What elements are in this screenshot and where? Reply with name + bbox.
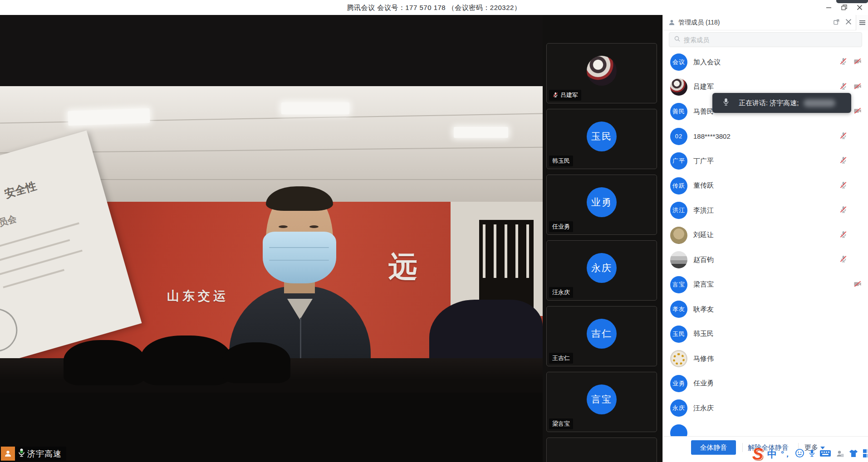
member-name: 董传跃: [693, 181, 714, 190]
member-row[interactable]: 传跃 董传跃: [663, 174, 868, 199]
member-avatar: 玉民: [670, 326, 687, 343]
member-row[interactable]: 马修伟: [663, 346, 868, 371]
thumbnail-name: 吕建军: [560, 91, 578, 99]
member-name: 梁言宝: [693, 280, 714, 289]
mic-muted-icon[interactable]: [839, 156, 848, 166]
thumbnail-name: 任业勇: [552, 223, 570, 231]
member-search-box: [669, 32, 862, 47]
video-thumbnail-partial: [546, 438, 657, 462]
member-name: 汪永庆: [693, 404, 714, 413]
member-avatar: [670, 227, 687, 244]
panel-title: 管理成员 (118): [678, 19, 720, 27]
member-row[interactable]: 刘延让: [663, 223, 868, 248]
thumbnail-avatar: 吉仁: [587, 319, 617, 349]
member-name: 赵百钧: [693, 256, 714, 264]
member-row[interactable]: 会议 加入会议: [663, 50, 868, 75]
member-avatar: 传跃: [670, 177, 687, 195]
member-name: 吕建军: [693, 83, 714, 91]
face-mask: [263, 232, 336, 283]
mic-muted-icon[interactable]: [839, 82, 848, 92]
mic-active-icon: [18, 448, 25, 460]
member-name: 马修伟: [693, 355, 714, 363]
member-avatar: 永庆: [670, 399, 687, 417]
member-name: 加入会议: [693, 58, 721, 67]
camera-muted-icon[interactable]: [853, 279, 862, 290]
member-row[interactable]: 广平 丁广平: [663, 149, 868, 174]
member-name: 丁广平: [693, 157, 714, 165]
camera-muted-icon[interactable]: [853, 107, 862, 117]
tooltip-edge-artifact: [836, 0, 868, 3]
member-row[interactable]: 永庆 汪永庆: [663, 396, 868, 421]
thumbnail-label: 王吉仁: [549, 353, 573, 364]
close-panel-icon[interactable]: [845, 19, 852, 27]
video-letterbox: [0, 15, 543, 86]
mic-muted-icon[interactable]: [839, 230, 848, 240]
thumbnail-name: 韩玉民: [552, 157, 570, 165]
thumbnail-name: 王吉仁: [552, 354, 570, 362]
thumbnail-label: 梁言宝: [549, 418, 573, 429]
member-row[interactable]: 言宝 梁言宝: [663, 272, 868, 297]
video-thumbnail[interactable]: 吕建军: [546, 43, 657, 103]
mic-muted-icon[interactable]: [839, 205, 848, 216]
thumbnail-label: 韩玉民: [549, 156, 573, 166]
member-row[interactable]: 孝友 耿孝友: [663, 297, 868, 322]
banner-char-right: 远: [388, 247, 417, 287]
member-avatar: [670, 350, 687, 367]
main-speaker-video: 山东交运 业 远 安全性 委员会: [0, 15, 543, 462]
soft-keyboard-icon[interactable]: [819, 449, 831, 460]
member-name: 马善民: [693, 107, 714, 116]
video-thumbnail[interactable]: 玉民 韩玉民: [546, 109, 657, 169]
poster-text-bottom: 委员会: [0, 212, 18, 231]
member-avatar: [670, 251, 687, 268]
skin-icon[interactable]: [848, 449, 858, 460]
video-thumbnail[interactable]: 言宝 梁言宝: [546, 372, 657, 432]
member-name: 韩玉民: [693, 330, 714, 338]
thumbnail-avatar: 业勇: [587, 187, 617, 217]
footer-divider: [742, 443, 743, 452]
poster-text-top: 安全性: [3, 179, 38, 202]
member-row[interactable]: 02 188****3802: [663, 124, 868, 149]
member-row[interactable]: 洪江 李洪江: [663, 198, 868, 223]
sogou-logo-icon[interactable]: S: [752, 447, 763, 461]
camera-muted-icon[interactable]: [853, 57, 862, 68]
search-icon: [674, 35, 681, 44]
camera-muted-icon[interactable]: [853, 82, 862, 92]
ime-punctuation-toggle[interactable]: °，: [781, 449, 791, 459]
toolbox-icon[interactable]: [863, 449, 868, 460]
member-row[interactable]: 赵百钧: [663, 248, 868, 272]
member-name: 任业勇: [693, 379, 714, 388]
popout-panel-icon[interactable]: [833, 19, 840, 27]
mic-muted-icon[interactable]: [839, 131, 848, 141]
mute-all-button[interactable]: 全体静音: [691, 440, 736, 455]
thumbnail-name: 梁言宝: [552, 420, 570, 428]
ime-mode-toggle[interactable]: 中: [767, 448, 777, 461]
thumbnail-avatar: [587, 56, 617, 86]
title-bar: 腾讯会议 会议号：177 570 178 （会议密码：220322）: [0, 0, 868, 15]
search-input[interactable]: [684, 36, 857, 44]
member-avatar: [670, 78, 687, 96]
member-row[interactable]: 玉民 韩玉民: [663, 322, 868, 347]
panel-menu-button[interactable]: [856, 15, 868, 30]
video-thumbnail[interactable]: 永庆 汪永庆: [546, 240, 657, 301]
members-icon: [668, 19, 675, 28]
video-thumbnail[interactable]: 吉仁 王吉仁: [546, 306, 657, 366]
thumbnail-label: 汪永庆: [549, 287, 573, 298]
person-head: [266, 188, 333, 293]
member-row[interactable]: 业勇 任业勇: [663, 371, 868, 396]
emoji-icon[interactable]: [795, 448, 804, 460]
member-avatar: 善民: [670, 103, 687, 120]
voice-input-icon[interactable]: [809, 448, 815, 460]
account-icon[interactable]: [835, 449, 844, 460]
mic-muted-icon[interactable]: [839, 255, 848, 265]
banner-logo-text: 山东交运: [167, 288, 229, 304]
poster-seal: [0, 303, 23, 357]
mic-muted-icon[interactable]: [839, 180, 848, 191]
thumbnail-label: 任业勇: [549, 221, 573, 232]
thumbnail-strip: 吕建军 玉民 韩玉民 业勇 任业勇 永庆 汪永庆 吉仁: [546, 15, 658, 462]
video-thumbnail[interactable]: 业勇 任业勇: [546, 175, 657, 235]
member-avatar: [670, 424, 687, 436]
member-avatar: 孝友: [670, 301, 687, 318]
minimize-button[interactable]: [821, 0, 836, 15]
mic-muted-icon[interactable]: [839, 57, 848, 68]
thumbnail-label: 吕建军: [549, 90, 581, 101]
